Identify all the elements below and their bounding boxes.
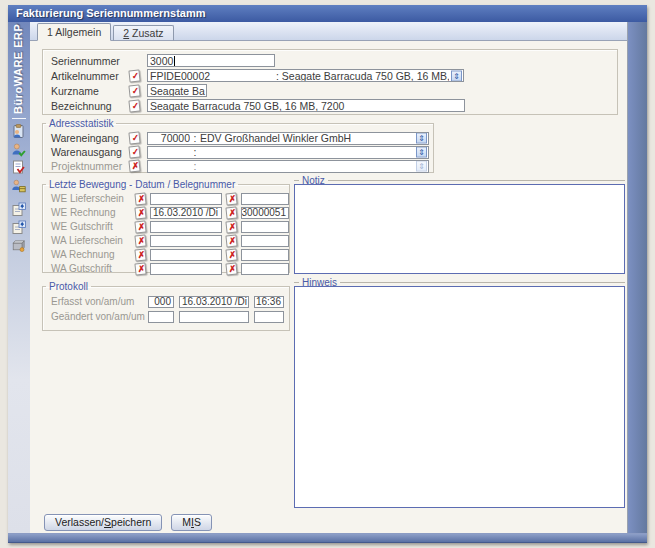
notiz-group: Notiz <box>294 177 625 274</box>
doc-cross-icon[interactable] <box>225 248 237 261</box>
spinner-button[interactable] <box>451 70 462 81</box>
field-label-artikelnummer: Artikelnummer <box>51 70 129 82</box>
doc-cross-icon[interactable] <box>134 234 146 247</box>
we-gutschrift-number-field[interactable] <box>241 221 289 233</box>
we-lieferschein-number-field[interactable] <box>241 193 289 205</box>
tab-allgemein[interactable]: 1 Allgemein <box>37 23 111 41</box>
clipboard-user-icon[interactable] <box>11 124 26 139</box>
wa-lieferschein-number-field[interactable] <box>241 235 289 247</box>
doc-check-icon[interactable] <box>128 131 140 144</box>
desktop-background: Fakturierung Seriennummernstamm BüroWARE… <box>0 0 655 548</box>
group-title-hinweis: Hinweis <box>299 277 340 288</box>
projektnummer-field: : <box>147 160 429 173</box>
spinner-button <box>416 161 427 172</box>
bezeichnung-input[interactable]: Seagate Barracuda 750 GB, 16 MB, 7200 <box>147 99 465 112</box>
doc-cross-icon[interactable] <box>134 220 146 233</box>
field-label-wareneingang: Wareneingang <box>51 132 129 144</box>
doc-export-icon[interactable] <box>11 220 26 235</box>
wa-lieferschein-date-field[interactable] <box>150 235 222 247</box>
doc-cross-icon[interactable] <box>134 192 146 205</box>
we-gutschrift-date-field[interactable] <box>150 221 222 233</box>
field-label-kurzname: Kurzname <box>51 85 129 97</box>
field-label: WA Rechnung <box>51 249 131 260</box>
doc-cross-icon[interactable] <box>225 192 237 205</box>
doc-cross-icon[interactable] <box>225 220 237 233</box>
field-label-seriennummer: Seriennummer <box>51 55 129 67</box>
doc-cross-icon[interactable] <box>225 234 237 247</box>
user-package-icon[interactable] <box>11 178 26 193</box>
doc-check-icon[interactable] <box>128 84 140 97</box>
button-row: Verlassen/Speichern MIS <box>44 514 212 531</box>
field-label-warenausgang: Warenausgang <box>51 146 129 158</box>
geaendert-time-field[interactable] <box>254 311 284 323</box>
window-titlebar: Fakturierung Seriennummernstamm <box>8 5 647 22</box>
doc-cross-icon[interactable] <box>225 206 237 219</box>
mis-button[interactable]: MIS <box>171 514 212 531</box>
field-label-projektnummer: Projektnummer <box>51 160 129 172</box>
we-lieferschein-date-field[interactable] <box>150 193 222 205</box>
we-rechnung-number-field[interactable]: 30000051 <box>241 207 289 219</box>
wa-rechnung-number-field[interactable] <box>241 249 289 261</box>
doc-cross-icon[interactable] <box>225 262 237 275</box>
field-label: WE Gutschrift <box>51 221 131 232</box>
we-rechnung-date-field[interactable]: 16.03.2010 /Di <box>150 207 222 219</box>
hinweis-group: Hinweis <box>294 279 625 508</box>
app-window: Fakturierung Seriennummernstamm BüroWARE… <box>8 5 647 543</box>
wa-gutschrift-date-field[interactable] <box>150 263 222 275</box>
field-label: WA Gutschrift <box>51 263 131 274</box>
artikelnummer-code: FPIDE00002 <box>150 70 276 82</box>
doc-check-icon[interactable] <box>128 69 140 82</box>
doc-check-icon[interactable] <box>128 99 140 112</box>
sidebar-toolbar <box>11 124 27 253</box>
wa-gutschrift-number-field[interactable] <box>241 263 289 275</box>
wa-rechnung-date-field[interactable] <box>150 249 222 261</box>
text-caret <box>174 56 175 66</box>
geaendert-date-field[interactable] <box>179 311 249 323</box>
erfasst-user-field[interactable]: 000 <box>148 296 174 308</box>
notiz-textarea[interactable] <box>294 184 625 274</box>
kurzname-input[interactable]: Seagate Ba <box>147 84 207 97</box>
verlassen-speichern-button[interactable]: Verlassen/Speichern <box>44 514 162 531</box>
doc-cross-icon[interactable] <box>128 159 140 172</box>
doc-cross-icon[interactable] <box>134 262 146 275</box>
wareneingang-field[interactable]: 70000 : EDV Großhandel Winkler GmbH <box>147 132 429 145</box>
letzte-bewegung-group: Letzte Bewegung - Datum / Belegnummer WE… <box>42 179 290 273</box>
seriennummer-input[interactable]: 3000 <box>147 54 275 67</box>
field-label-geaendert: Geändert von/am/um <box>51 311 143 322</box>
group-title-protokoll: Protokoll <box>46 281 91 292</box>
field-label: WE Lieferschein <box>51 193 131 204</box>
brand-underline <box>12 118 26 119</box>
erfasst-date-field[interactable]: 16.03.2010 /Di <box>179 296 249 308</box>
field-label: WE Rechnung <box>51 207 131 218</box>
window-border-bottom <box>8 533 647 543</box>
doc-cross-icon[interactable] <box>134 206 146 219</box>
tab-zusatz[interactable]: 2 Zusatz <box>113 25 173 41</box>
sidebar: BüroWARE ERP <box>8 22 30 533</box>
warenausgang-field[interactable]: : <box>147 146 429 159</box>
doc-cross-icon[interactable] <box>134 248 146 261</box>
doc-check-icon[interactable] <box>128 145 140 158</box>
adressstatistik-group: Adressstatistik Wareneingang 70000 : EDV… <box>42 118 434 173</box>
group-title-letzte-bewegung: Letzte Bewegung - Datum / Belegnummer <box>46 179 238 190</box>
archive-box-icon[interactable] <box>11 238 26 253</box>
spinner-button[interactable] <box>416 133 427 144</box>
artikelnummer-description: : Seagate Barracuda 750 GB, 16 MB, 7200 <box>276 70 449 82</box>
window-border-right <box>627 22 647 533</box>
protokoll-group: Protokoll Erfasst von/am/um 000 16.03.20… <box>42 281 290 331</box>
field-label-erfasst: Erfasst von/am/um <box>51 296 143 307</box>
tab-bar: 1 Allgemein 2 Zusatz <box>30 22 627 41</box>
erfasst-time-field[interactable]: 16:36 <box>254 296 284 308</box>
group-title-adressstatistik: Adressstatistik <box>46 118 116 129</box>
brand-vertical-text: BüroWARE ERP <box>8 28 30 114</box>
artikelnummer-input[interactable]: FPIDE00002 : Seagate Barracuda 750 GB, 1… <box>147 69 464 82</box>
hinweis-textarea[interactable] <box>294 286 625 508</box>
spinner-button[interactable] <box>416 147 427 158</box>
doc-export-icon[interactable] <box>11 202 26 217</box>
user-check-icon[interactable] <box>11 142 26 157</box>
form-panel: Seriennummer 3000 Artikelnummer FPIDE000… <box>30 41 627 533</box>
doc-check-icon[interactable] <box>11 160 26 175</box>
geaendert-user-field[interactable] <box>148 311 174 323</box>
main-fields-group: Seriennummer 3000 Artikelnummer FPIDE000… <box>42 49 618 115</box>
field-label: WA Lieferschein <box>51 235 131 246</box>
group-title-notiz: Notiz <box>299 175 328 186</box>
